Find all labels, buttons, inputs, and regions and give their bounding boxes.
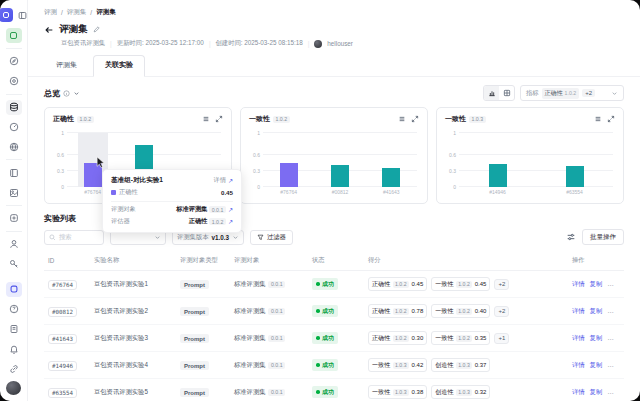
mouse-cursor xyxy=(96,157,105,168)
more-actions-icon[interactable]: ⋯ xyxy=(607,281,614,288)
api-keys-icon[interactable] xyxy=(6,257,22,272)
target-name: 标准评测集 xyxy=(234,334,265,343)
workspace-icon[interactable] xyxy=(6,28,22,43)
copy-link[interactable]: 复制 xyxy=(590,307,603,316)
external-link-icon[interactable]: ↗ xyxy=(228,218,233,225)
docs-icon[interactable] xyxy=(6,321,22,336)
filter-button[interactable]: 过滤器 xyxy=(250,230,293,245)
members-icon[interactable] xyxy=(6,237,22,252)
compass-icon[interactable] xyxy=(6,54,22,69)
score-pill: 正确性1.0.20.45 xyxy=(368,277,427,291)
more-actions-icon[interactable]: ⋯ xyxy=(607,362,614,369)
datasets-icon[interactable] xyxy=(6,100,22,115)
search-input[interactable]: 搜索 xyxy=(44,230,104,245)
bar[interactable] xyxy=(382,168,400,187)
column-settings-icon[interactable] xyxy=(566,232,576,242)
chevron-down-icon[interactable] xyxy=(73,90,80,97)
table-view-icon[interactable] xyxy=(499,86,514,100)
chart-plot: 10.60.30 xyxy=(459,133,613,187)
chart-menu-icon[interactable] xyxy=(594,115,602,123)
info-icon[interactable] xyxy=(63,90,70,97)
status-badge: 成功 xyxy=(312,305,338,317)
detail-link[interactable]: 详情 xyxy=(572,334,585,343)
more-actions-icon[interactable]: ⋯ xyxy=(607,335,614,342)
bar[interactable] xyxy=(331,165,349,187)
more-scores-pill[interactable]: +1 xyxy=(494,333,509,344)
score-pill: 创造性1.0.30.37 xyxy=(431,358,490,372)
tab-related-experiments[interactable]: 关联实验 xyxy=(93,55,145,77)
chart-menu-icon[interactable] xyxy=(202,115,210,123)
back-icon[interactable] xyxy=(44,25,54,35)
sidebar-avatar[interactable] xyxy=(6,381,21,395)
detail-link[interactable]: 详情 xyxy=(572,307,585,316)
chart-version-badge: 1.0.2 xyxy=(77,116,94,123)
breadcrumb-item[interactable]: 评测 xyxy=(44,8,57,17)
score-version-badge: 1.0.2 xyxy=(393,281,410,288)
experiment-name: 豆包资讯评测实验1 xyxy=(90,271,176,298)
target-version-badge: 0.0.1 xyxy=(268,362,285,369)
score-value: 0.45 xyxy=(475,281,487,287)
table-row[interactable]: #63554豆包资讯评测实验5Prompt标准评测集0.0.1成功一致性1.0.… xyxy=(44,379,624,401)
more-actions-icon[interactable]: ⋯ xyxy=(607,389,614,396)
breadcrumb-separator: / xyxy=(61,9,63,16)
chart-expand-icon[interactable] xyxy=(215,115,223,123)
bulk-actions-button[interactable]: 批量操作 xyxy=(582,229,624,245)
breadcrumb-item[interactable]: 评测集 xyxy=(67,8,87,17)
target-type-badge: Prompt xyxy=(180,307,209,316)
row-actions: 详情复制⋯ xyxy=(572,307,620,316)
edit-icon[interactable] xyxy=(93,26,100,33)
more-scores-pill[interactable]: +2 xyxy=(494,306,509,317)
external-link-icon[interactable]: ↗ xyxy=(228,206,233,213)
detail-link[interactable]: 详情 xyxy=(572,388,585,397)
bar[interactable] xyxy=(280,163,298,187)
x-axis-label: #00812 xyxy=(314,189,365,195)
user-name: hellouser xyxy=(327,40,353,47)
score-version-badge: 1.0.2 xyxy=(456,335,473,342)
globe-icon[interactable] xyxy=(6,139,22,154)
score-list: 正确性1.0.20.78一致性1.0.20.40+2 xyxy=(368,304,564,318)
gauge-icon[interactable] xyxy=(6,120,22,135)
chevron-down-icon xyxy=(154,234,161,241)
link-icon[interactable] xyxy=(6,361,22,376)
table-row[interactable]: #41643豆包资讯评测实验3Prompt标准评测集0.0.1成功正确性1.0.… xyxy=(44,325,624,352)
copy-link[interactable]: 复制 xyxy=(590,361,603,370)
tab-bar: 评测集 关联实验 xyxy=(28,48,640,77)
more-actions-icon[interactable]: ⋯ xyxy=(607,308,614,315)
external-link-icon[interactable]: ↗ xyxy=(228,177,233,184)
copy-link[interactable]: 复制 xyxy=(590,334,603,343)
chart-expand-icon[interactable] xyxy=(607,115,615,123)
chart-view-icon[interactable] xyxy=(484,86,499,100)
charts-row: 正确性1.0.210.60.30#76764#00812#41643一致性1.0… xyxy=(44,107,624,204)
target-type-badge: Prompt xyxy=(180,388,209,397)
help-icon[interactable] xyxy=(6,302,22,317)
chart-expand-icon[interactable] xyxy=(411,115,419,123)
chart-menu-icon[interactable] xyxy=(398,115,406,123)
bar[interactable] xyxy=(489,164,507,187)
tab-dataset[interactable]: 评测集 xyxy=(44,55,89,76)
plugins-icon[interactable] xyxy=(6,211,22,226)
gallery-icon[interactable] xyxy=(6,185,22,200)
table-row[interactable]: #76764豆包资讯评测实验1Prompt标准评测集0.0.1成功正确性1.0.… xyxy=(44,271,624,298)
dataset-meta: 豆包资讯评测集 | 更新时间: 2025-03-25 12:17:00 | 创建… xyxy=(28,36,640,48)
score-pill: 一致性1.0.20.35 xyxy=(431,331,490,345)
row-actions: 详情复制⋯ xyxy=(572,361,620,370)
score-name: 一致性 xyxy=(435,307,453,316)
metric-select[interactable]: 指标 正确性1.0.2 +2 xyxy=(520,85,624,101)
logo-icon[interactable] xyxy=(0,8,13,22)
table-row[interactable]: #00812豆包资讯评测实验2Prompt标准评测集0.0.1成功正确性1.0.… xyxy=(44,298,624,325)
collapse-sidebar-icon[interactable] xyxy=(16,7,28,23)
score-version-badge: 1.0.3 xyxy=(393,389,410,396)
detail-link[interactable]: 详情 xyxy=(572,280,585,289)
library-icon[interactable] xyxy=(6,165,22,180)
copy-link[interactable]: 复制 xyxy=(590,388,603,397)
table-row[interactable]: #14946豆包资讯评测实验4Prompt标准评测集0.0.1成功一致性1.0.… xyxy=(44,352,624,379)
app-tile-icon[interactable] xyxy=(6,282,22,297)
copy-link[interactable]: 复制 xyxy=(590,280,603,289)
tooltip-detail-link[interactable]: 详情 xyxy=(213,176,225,185)
detail-link[interactable]: 详情 xyxy=(572,361,585,370)
bell-icon[interactable] xyxy=(6,341,22,356)
more-scores-pill[interactable]: +2 xyxy=(494,279,509,290)
target-icon[interactable] xyxy=(6,74,22,89)
experiment-id: #41643 xyxy=(48,334,77,344)
bar[interactable] xyxy=(566,166,584,187)
